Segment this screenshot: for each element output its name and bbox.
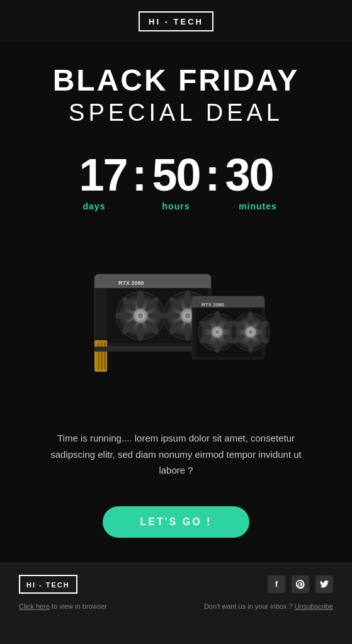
svg-point-47: [215, 330, 219, 334]
unsubscribe-link[interactable]: Unsubscribe: [295, 602, 333, 610]
svg-point-50: [247, 311, 254, 325]
svg-text:RTX 2080: RTX 2080: [202, 302, 225, 308]
minutes-label: minutes: [230, 201, 287, 211]
countdown-numbers: 17 : 50 : 30: [19, 152, 333, 197]
svg-rect-6: [104, 342, 106, 370]
svg-point-43: [214, 339, 220, 353]
svg-rect-4: [98, 342, 99, 370]
svg-point-22: [184, 291, 191, 308]
facebook-label: f: [275, 579, 278, 589]
browser-link-suffix: to view in browser: [50, 602, 107, 610]
svg-point-31: [185, 313, 190, 318]
days-label: days: [66, 201, 123, 211]
minutes-value: 30: [225, 152, 273, 197]
cta-button[interactable]: LET'S GO !: [103, 506, 250, 538]
email-container: HI - TECH BLACK FRIDAY SPECIAL DEAL 17 :…: [0, 0, 352, 644]
browser-link-text[interactable]: Click here: [19, 602, 50, 610]
unsubscribe-section: Don't want us in your inbox ? Unsubscrib…: [204, 600, 333, 611]
product-image: RTX 2080: [76, 249, 277, 406]
social-icons: f: [268, 575, 333, 593]
countdown-labels: days hours minutes: [19, 201, 333, 211]
twitter-svg: [320, 580, 329, 588]
logo-box: HI - TECH: [139, 11, 213, 31]
svg-point-19: [138, 313, 143, 318]
description-section: Time is running.... lorem ipsum dolor si…: [0, 413, 352, 491]
days-value: 17: [79, 152, 127, 197]
svg-point-40: [214, 311, 220, 325]
pinterest-icon[interactable]: [292, 575, 309, 593]
svg-point-26: [184, 323, 191, 341]
header: HI - TECH: [0, 0, 352, 42]
logo-text: HI - TECH: [149, 17, 203, 26]
svg-point-53: [247, 339, 254, 353]
countdown-section: 17 : 50 : 30 days hours minutes: [19, 146, 333, 224]
colon-2: :: [205, 152, 220, 197]
hours-value: 50: [152, 152, 200, 197]
svg-rect-2: [94, 282, 211, 288]
hero-section: BLACK FRIDAY SPECIAL DEAL 17 : 50 : 30 d…: [0, 42, 352, 236]
footer-top: HI - TECH f: [19, 575, 333, 594]
twitter-icon[interactable]: [315, 575, 333, 593]
hours-label: hours: [148, 201, 205, 211]
pinterest-svg: [296, 580, 305, 589]
product-section: RTX 2080: [0, 236, 352, 413]
svg-point-10: [137, 291, 144, 308]
svg-point-57: [249, 330, 253, 334]
facebook-icon[interactable]: f: [268, 575, 285, 593]
browser-link: Click here to view in browser: [19, 600, 107, 611]
svg-rect-5: [101, 342, 103, 370]
unsubscribe-prefix: Don't want us in your inbox ?: [204, 602, 295, 610]
footer-logo-box: HI - TECH: [19, 575, 77, 594]
colon-1: :: [132, 152, 147, 197]
svg-point-16: [115, 312, 133, 319]
svg-text:RTX 2080: RTX 2080: [118, 280, 144, 286]
headline-line2: SPECIAL DEAL: [19, 97, 333, 128]
description-text: Time is running.... lorem ipsum dolor si…: [38, 430, 314, 479]
svg-point-28: [162, 312, 180, 319]
footer-bottom: Click here to view in browser Don't want…: [19, 600, 333, 611]
footer: HI - TECH f: [0, 563, 352, 644]
footer-logo-text: HI - TECH: [26, 581, 70, 589]
cta-section: LET'S GO !: [0, 491, 352, 563]
svg-point-14: [137, 323, 144, 341]
headline-line1: BLACK FRIDAY: [19, 64, 333, 97]
